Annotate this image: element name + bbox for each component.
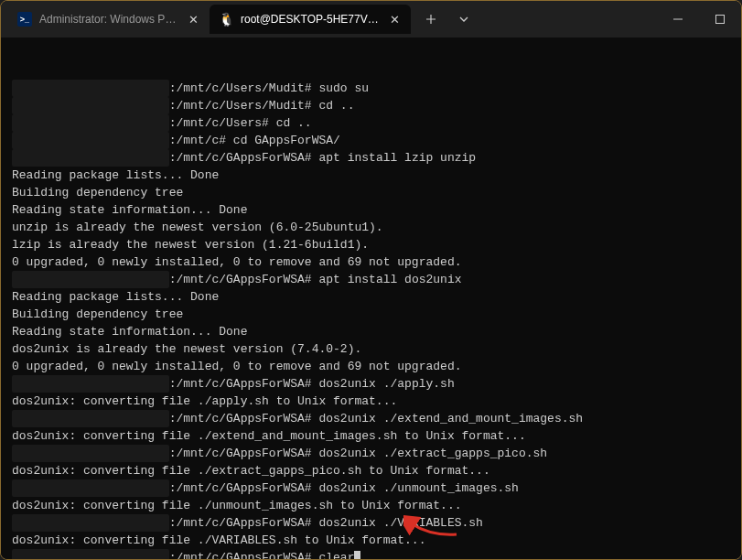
new-tab-button[interactable] [420, 8, 442, 30]
terminal-line: :/mnt/c/Users/Mudit# cd .. [12, 97, 730, 114]
terminal-line: dos2unix: converting file ./extend_and_m… [12, 427, 730, 445]
terminal-line: lzip is already the newest version (1.21… [12, 236, 730, 253]
terminal-line: :/mnt/c/Users# cd .. [12, 114, 730, 132]
terminal-line: Reading state information... Done [12, 323, 730, 340]
tab-dropdown-button[interactable] [453, 8, 475, 30]
terminal-line: Reading state information... Done [12, 201, 730, 219]
powershell-icon: >_ [17, 12, 32, 27]
terminal-line: 0 upgraded, 0 newly installed, 0 to remo… [12, 358, 730, 375]
redacted-hostname [12, 80, 169, 97]
titlebar: >_ Administrator: Windows PowerS ✕ 🐧 roo… [1, 1, 741, 38]
close-icon[interactable]: ✕ [387, 12, 402, 27]
terminal-cursor [354, 551, 360, 559]
terminal-line: unzip is already the newest version (6.0… [12, 219, 730, 236]
tab-label: root@DESKTOP-5HE77VO: /mn [241, 13, 380, 26]
redacted-hostname [12, 479, 169, 497]
terminal-line: dos2unix: converting file ./unmount_imag… [12, 497, 730, 514]
minimize-button[interactable] [657, 1, 699, 38]
terminal-line: Building dependency tree [12, 306, 730, 323]
redacted-hostname [12, 514, 169, 532]
svg-rect-0 [716, 16, 725, 24]
terminal-line: :/mnt/c# cd GAppsForWSA/ [12, 132, 730, 149]
redacted-hostname [12, 375, 169, 393]
terminal-line: dos2unix: converting file ./VARIABLES.sh… [12, 532, 730, 549]
maximize-button[interactable] [699, 1, 741, 38]
redacted-hostname [12, 549, 169, 559]
redacted-hostname [12, 132, 169, 149]
redacted-hostname [12, 271, 169, 288]
tux-icon: 🐧 [219, 12, 233, 27]
close-icon[interactable]: ✕ [186, 12, 200, 27]
terminal-line: dos2unix: converting file ./apply.sh to … [12, 393, 730, 410]
terminal-line: Building dependency tree [12, 184, 730, 201]
redacted-hostname [12, 114, 169, 132]
terminal-line: Reading package lists... Done [12, 288, 730, 306]
terminal-line: :/mnt/c/GAppsForWSA# apt install dos2uni… [12, 271, 730, 288]
redacted-hostname [12, 445, 169, 462]
tab-linux[interactable]: 🐧 root@DESKTOP-5HE77VO: /mn ✕ [210, 5, 411, 34]
terminal-line: :/mnt/c/GAppsForWSA# dos2unix ./unmount_… [12, 479, 730, 497]
tab-label: Administrator: Windows PowerS [39, 13, 178, 26]
terminal-output[interactable]: :/mnt/c/Users/Mudit# sudo su :/mnt/c/Use… [1, 38, 741, 559]
window-controls [657, 1, 741, 38]
terminal-line: :/mnt/c/GAppsForWSA# dos2unix ./extract_… [12, 445, 730, 462]
terminal-line: :/mnt/c/GAppsForWSA# dos2unix ./apply.sh [12, 375, 730, 393]
tab-actions [411, 8, 475, 30]
tabs: >_ Administrator: Windows PowerS ✕ 🐧 roo… [8, 5, 657, 34]
terminal-line: dos2unix is already the newest version (… [12, 340, 730, 358]
terminal-line: :/mnt/c/GAppsForWSA# apt install lzip un… [12, 149, 730, 167]
terminal-line: :/mnt/c/GAppsForWSA# dos2unix ./VARIABLE… [12, 514, 730, 532]
tab-powershell[interactable]: >_ Administrator: Windows PowerS ✕ [8, 5, 210, 34]
redacted-hostname [12, 97, 169, 114]
terminal-line: Reading package lists... Done [12, 167, 730, 184]
redacted-hostname [12, 149, 169, 167]
terminal-line: :/mnt/c/GAppsForWSA# clear [12, 549, 730, 559]
terminal-line: :/mnt/c/GAppsForWSA# dos2unix ./extend_a… [12, 410, 730, 427]
terminal-line: :/mnt/c/Users/Mudit# sudo su [12, 80, 730, 97]
redacted-hostname [12, 410, 169, 427]
terminal-line: dos2unix: converting file ./extract_gapp… [12, 462, 730, 479]
terminal-line: 0 upgraded, 0 newly installed, 0 to remo… [12, 253, 730, 271]
